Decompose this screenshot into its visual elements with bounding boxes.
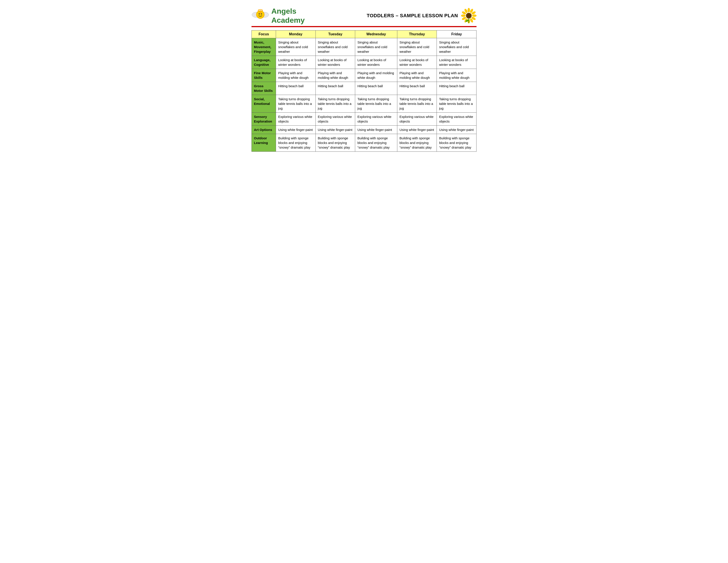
cell-friday: Using white finger-paint — [437, 125, 477, 134]
cell-monday: Building with sponge blocks and enjoying… — [276, 134, 316, 151]
cell-thursday: Taking turns dropping table tennis balls… — [397, 95, 437, 112]
svg-point-9 — [472, 15, 477, 17]
cell-tuesday: Using white finger-paint — [315, 125, 355, 134]
focus-cell: Gross Motor Skills — [252, 82, 276, 95]
lesson-plan-title: TODDLERS – SAMPLE LESSON PLAN — [367, 13, 458, 19]
cell-tuesday: Hitting beach ball — [315, 82, 355, 95]
cell-friday: Exploring various white objects — [437, 112, 477, 125]
svg-point-2 — [256, 11, 264, 19]
cell-friday: Taking turns dropping table tennis balls… — [437, 95, 477, 112]
logo-text: Angels Academy — [271, 7, 305, 25]
cell-thursday: Looking at books of winter wonders — [397, 56, 437, 69]
cell-wednesday: Hitting beach ball — [355, 82, 397, 95]
table-row: Social, EmotionalTaking turns dropping t… — [252, 95, 477, 112]
header-right: TODDLERS – SAMPLE LESSON PLAN — [367, 8, 477, 23]
cell-friday: Singing about snowflakes and cold weathe… — [437, 38, 477, 56]
cell-monday: Hitting beach ball — [276, 82, 316, 95]
angels-academy-logo-icon — [251, 7, 269, 24]
cell-thursday: Playing with and molding white dough — [397, 69, 437, 82]
cell-thursday: Building with sponge blocks and enjoying… — [397, 134, 437, 151]
col-header-focus: Focus — [252, 30, 276, 38]
cell-friday: Looking at books of winter wonders — [437, 56, 477, 69]
cell-monday: Playing with and molding white dough — [276, 69, 316, 82]
focus-cell: Music, Movement, Fingerplay — [252, 38, 276, 56]
cell-monday: Singing about snowflakes and cold weathe… — [276, 38, 316, 56]
cell-monday: Using white finger-paint — [276, 125, 316, 134]
table-row: Music, Movement, FingerplaySinging about… — [252, 38, 477, 56]
focus-cell: Language, Cognitive — [252, 56, 276, 69]
cell-wednesday: Playing with and molding white dough — [355, 69, 397, 82]
svg-point-19 — [467, 13, 471, 18]
cell-tuesday: Exploring various white objects — [315, 112, 355, 125]
cell-wednesday: Taking turns dropping table tennis balls… — [355, 95, 397, 112]
svg-point-5 — [258, 9, 263, 11]
cell-tuesday: Playing with and molding white dough — [315, 69, 355, 82]
logo-area: Angels Academy — [251, 7, 305, 25]
focus-cell: Sensory Exploration — [252, 112, 276, 125]
focus-cell: Outdoor Learning — [252, 134, 276, 151]
table-row: Outdoor LearningBuilding with sponge blo… — [252, 134, 477, 151]
cell-wednesday: Using white finger-paint — [355, 125, 397, 134]
col-header-thursday: Thursday — [397, 30, 437, 38]
cell-tuesday: Building with sponge blocks and enjoying… — [315, 134, 355, 151]
sunflower-icon — [461, 8, 477, 23]
cell-thursday: Hitting beach ball — [397, 82, 437, 95]
lesson-plan-table: Focus Monday Tuesday Wednesday Thursday … — [251, 30, 477, 152]
svg-point-3 — [259, 13, 260, 14]
cell-friday: Playing with and molding white dough — [437, 69, 477, 82]
red-divider — [251, 26, 477, 27]
cell-wednesday: Looking at books of winter wonders — [355, 56, 397, 69]
cell-thursday: Singing about snowflakes and cold weathe… — [397, 38, 437, 56]
svg-point-4 — [261, 13, 262, 14]
table-header-row: Focus Monday Tuesday Wednesday Thursday … — [252, 30, 477, 38]
col-header-friday: Friday — [437, 30, 477, 38]
cell-thursday: Using white finger-paint — [397, 125, 437, 134]
cell-wednesday: Singing about snowflakes and cold weathe… — [355, 38, 397, 56]
svg-point-6 — [468, 8, 470, 12]
focus-cell: Art Options — [252, 125, 276, 134]
table-row: Sensory ExplorationExploring various whi… — [252, 112, 477, 125]
cell-tuesday: Looking at books of winter wonders — [315, 56, 355, 69]
col-header-monday: Monday — [276, 30, 316, 38]
cell-wednesday: Exploring various white objects — [355, 112, 397, 125]
col-header-tuesday: Tuesday — [315, 30, 355, 38]
svg-point-15 — [461, 15, 465, 17]
focus-cell: Social, Emotional — [252, 95, 276, 112]
cell-wednesday: Building with sponge blocks and enjoying… — [355, 134, 397, 151]
col-header-wednesday: Wednesday — [355, 30, 397, 38]
cell-monday: Looking at books of winter wonders — [276, 56, 316, 69]
cell-monday: Exploring various white objects — [276, 112, 316, 125]
cell-tuesday: Taking turns dropping table tennis balls… — [315, 95, 355, 112]
page-header: Angels Academy TODDLERS – SAMPLE LESSON … — [251, 7, 477, 25]
cell-monday: Taking turns dropping table tennis balls… — [276, 95, 316, 112]
table-row: Language, CognitiveLooking at books of w… — [252, 56, 477, 69]
cell-friday: Hitting beach ball — [437, 82, 477, 95]
focus-cell: Fine Motor Skills — [252, 69, 276, 82]
table-row: Fine Motor SkillsPlaying with and moldin… — [252, 69, 477, 82]
cell-friday: Building with sponge blocks and enjoying… — [437, 134, 477, 151]
table-row: Gross Motor SkillsHitting beach ballHitt… — [252, 82, 477, 95]
table-row: Art OptionsUsing white finger-paintUsing… — [252, 125, 477, 134]
cell-thursday: Exploring various white objects — [397, 112, 437, 125]
cell-tuesday: Singing about snowflakes and cold weathe… — [315, 38, 355, 56]
